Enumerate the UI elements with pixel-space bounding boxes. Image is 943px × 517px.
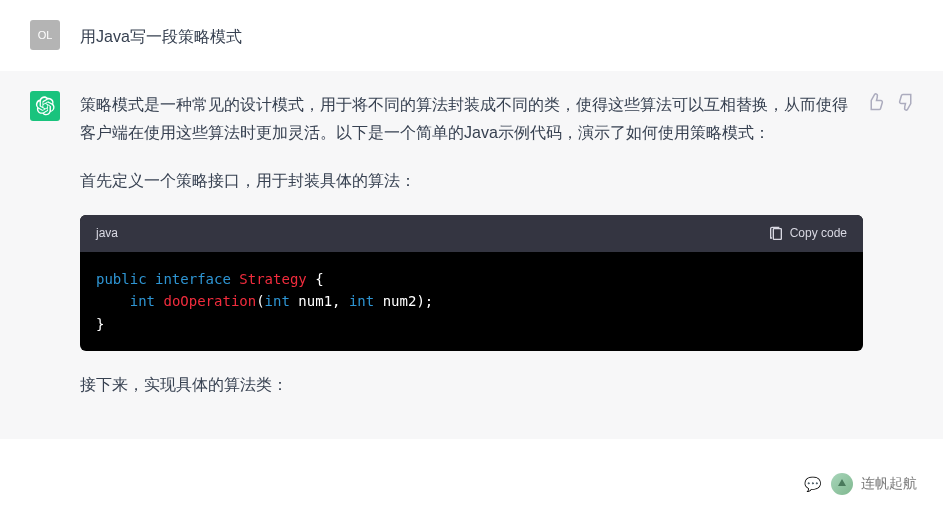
assistant-paragraph: 策略模式是一种常见的设计模式，用于将不同的算法封装成不同的类，使得这些算法可以互…	[80, 91, 863, 147]
openai-logo-icon	[35, 96, 55, 116]
code-header: java Copy code	[80, 215, 863, 252]
user-message-text: 用Java写一段策略模式	[80, 28, 242, 45]
sailboat-icon	[836, 478, 848, 490]
code-line: public interface Strategy {	[96, 268, 847, 290]
user-message-row: OL 用Java写一段策略模式	[0, 0, 943, 71]
speech-bubble-icon: 💬	[804, 476, 821, 492]
watermark-avatar-icon	[831, 473, 853, 495]
thumbs-up-button[interactable]	[864, 91, 886, 113]
watermark: 💬 连帆起航	[796, 469, 925, 499]
copy-code-label: Copy code	[790, 223, 847, 244]
thumbs-down-icon	[898, 93, 916, 111]
clipboard-icon	[768, 226, 784, 242]
code-content: public interface Strategy { int doOperat…	[80, 252, 863, 351]
code-line: }	[96, 313, 847, 335]
feedback-buttons	[864, 91, 918, 113]
thumbs-up-icon	[866, 93, 884, 111]
code-block: java Copy code public interface Strategy…	[80, 215, 863, 351]
copy-code-button[interactable]: Copy code	[768, 223, 847, 244]
assistant-paragraph: 接下来，实现具体的算法类：	[80, 371, 863, 399]
thumbs-down-button[interactable]	[896, 91, 918, 113]
user-message-content: 用Java写一段策略模式	[80, 20, 913, 51]
assistant-avatar	[30, 91, 60, 121]
svg-rect-0	[773, 228, 781, 239]
assistant-message-content: 策略模式是一种常见的设计模式，用于将不同的算法封装成不同的类，使得这些算法可以互…	[80, 91, 913, 419]
assistant-paragraph: 首先定义一个策略接口，用于封装具体的算法：	[80, 167, 863, 195]
code-language-label: java	[96, 223, 118, 244]
code-line: int doOperation(int num1, int num2);	[96, 290, 847, 312]
user-avatar: OL	[30, 20, 60, 50]
user-avatar-text: OL	[38, 29, 53, 41]
watermark-text: 连帆起航	[861, 475, 917, 493]
assistant-message-row: 策略模式是一种常见的设计模式，用于将不同的算法封装成不同的类，使得这些算法可以互…	[0, 71, 943, 439]
